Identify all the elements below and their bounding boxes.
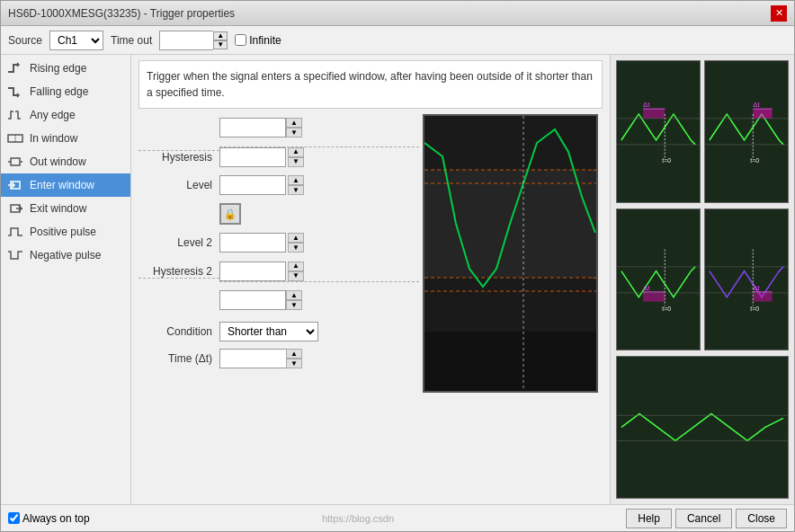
time-up[interactable]: ▲ bbox=[286, 349, 302, 359]
svg-text:Δt: Δt bbox=[643, 284, 650, 292]
timeout-up-button[interactable]: ▲ bbox=[213, 31, 228, 40]
negative-pulse-icon bbox=[6, 246, 24, 264]
close-button[interactable]: Close bbox=[736, 509, 787, 528]
enter-window-icon bbox=[6, 176, 24, 194]
sidebar-label-exit-window: Exit window bbox=[30, 202, 86, 215]
out-window-icon bbox=[6, 153, 24, 171]
sidebar-item-rising-edge[interactable]: Rising edge bbox=[1, 57, 130, 80]
sidebar-label-enter-window: Enter window bbox=[30, 179, 94, 191]
footer-buttons: Help Cancel Close bbox=[626, 509, 787, 528]
sidebar-item-any-edge[interactable]: Any edge bbox=[1, 103, 130, 127]
hysteresis-spinner: ▲ ▼ bbox=[288, 147, 304, 167]
svg-text:Δt: Δt bbox=[643, 101, 650, 109]
time-row: Time (Δt) 1 ms ▲ ▼ bbox=[138, 346, 419, 371]
sidebar-item-negative-pulse[interactable]: Negative pulse bbox=[1, 244, 130, 267]
level-down[interactable]: ▼ bbox=[288, 185, 304, 195]
sidebar-item-exit-window[interactable]: Exit window bbox=[1, 197, 130, 220]
svg-rect-2 bbox=[11, 158, 20, 165]
svg-rect-11 bbox=[424, 278, 598, 332]
lock-row: 🔒 bbox=[138, 200, 419, 227]
source-group: Ch1 Ch2 Ch3 Ch4 bbox=[49, 31, 103, 50]
wave-preview-2: Δt t=0 bbox=[704, 60, 789, 203]
svg-text:t=0: t=0 bbox=[662, 157, 671, 164]
infinite-label: Infinite bbox=[249, 34, 281, 47]
lower-value-up[interactable]: ▲ bbox=[286, 290, 302, 300]
time-down[interactable]: ▼ bbox=[286, 359, 302, 368]
wave-preview-4: Δt t=0 bbox=[704, 208, 789, 351]
level2-input[interactable]: -100 mV bbox=[219, 233, 286, 253]
title-bar: HS6D-1000XMESG(33235) - Trigger properti… bbox=[1, 1, 794, 26]
hysteresis-down[interactable]: ▼ bbox=[288, 157, 304, 167]
sidebar-label-out-window: Out window bbox=[30, 155, 86, 168]
level-row: Level 100 mV ▲ ▼ bbox=[138, 172, 419, 199]
description-text: Trigger when the signal enters a specifi… bbox=[147, 70, 593, 99]
footer-left: Always on top bbox=[8, 512, 90, 525]
svg-text:Δt: Δt bbox=[753, 101, 760, 109]
hysteresis2-down[interactable]: ▼ bbox=[288, 271, 304, 281]
sidebar-label-positive-pulse: Positive pulse bbox=[30, 226, 96, 238]
lower-value-input[interactable]: -104 mV bbox=[219, 290, 286, 310]
infinite-checkbox-label[interactable]: Infinite bbox=[235, 34, 281, 47]
level2-label: Level 2 bbox=[138, 236, 219, 249]
source-select[interactable]: Ch1 Ch2 Ch3 Ch4 bbox=[49, 31, 103, 50]
main-content: Rising edge Falling edge Any edge bbox=[1, 55, 794, 504]
sidebar-item-in-window[interactable]: In window bbox=[1, 127, 130, 150]
hysteresis-up[interactable]: ▲ bbox=[288, 147, 304, 157]
sidebar-item-positive-pulse[interactable]: Positive pulse bbox=[1, 220, 130, 244]
positive-pulse-icon bbox=[6, 223, 24, 241]
hysteresis-row: Hysteresis 1.00 % ▲ ▼ bbox=[138, 143, 419, 170]
always-on-top-checkbox[interactable] bbox=[8, 512, 20, 524]
level2-up[interactable]: ▲ bbox=[288, 233, 304, 243]
sidebar-item-enter-window[interactable]: Enter window bbox=[1, 173, 130, 197]
time-spinner: ▲ ▼ bbox=[286, 349, 302, 368]
hysteresis-label: Hysteresis bbox=[138, 150, 219, 164]
watermark: https://blog.csdn bbox=[322, 513, 394, 524]
hysteresis2-up[interactable]: ▲ bbox=[288, 262, 304, 271]
level2-down[interactable]: ▼ bbox=[288, 243, 304, 253]
level-up[interactable]: ▲ bbox=[288, 175, 304, 185]
in-window-icon bbox=[6, 129, 24, 147]
sidebar-item-out-window[interactable]: Out window bbox=[1, 150, 130, 173]
svg-rect-40 bbox=[753, 293, 772, 302]
condition-select[interactable]: Shorter than Longer than Equal to bbox=[219, 322, 318, 341]
hysteresis2-input[interactable]: 1.00 % bbox=[219, 262, 286, 281]
condition-label: Condition bbox=[138, 325, 219, 338]
svg-text:←: ← bbox=[591, 272, 598, 282]
timeout-down-button[interactable]: ▼ bbox=[213, 40, 228, 49]
time-input[interactable]: 1 ms bbox=[219, 349, 286, 368]
always-on-top-label[interactable]: Always on top bbox=[8, 512, 90, 525]
wave-preview-5 bbox=[616, 356, 789, 499]
svg-rect-26 bbox=[753, 110, 772, 119]
preview-row-3 bbox=[616, 356, 789, 499]
upper-value-input[interactable]: 104 mV bbox=[219, 118, 286, 137]
lock-icon: 🔒 bbox=[224, 208, 237, 220]
cancel-button[interactable]: Cancel bbox=[675, 509, 732, 528]
lock-button[interactable]: 🔒 bbox=[219, 203, 241, 225]
hysteresis2-label: Hysteresis 2 bbox=[138, 265, 219, 279]
waveform-area: ← ← bbox=[423, 114, 603, 499]
timeout-label: Time out bbox=[111, 34, 152, 47]
hysteresis-input[interactable]: 1.00 % bbox=[219, 147, 286, 167]
lower-value-down[interactable]: ▼ bbox=[286, 300, 302, 310]
timeout-spinner: ▲ ▼ bbox=[213, 31, 228, 49]
level-input[interactable]: 100 mV bbox=[219, 175, 286, 195]
sidebar-label-in-window: In window bbox=[30, 132, 77, 145]
source-label: Source bbox=[8, 34, 42, 47]
right-panel: Δt t=0 Δt bbox=[610, 55, 794, 504]
upper-value-row: 104 mV ▲ ▼ bbox=[219, 114, 419, 141]
sidebar-item-falling-edge[interactable]: Falling edge bbox=[1, 80, 130, 103]
help-button[interactable]: Help bbox=[626, 509, 672, 528]
lower-value-row: -104 mV ▲ ▼ bbox=[219, 287, 419, 314]
lower-value-spinner: ▲ ▼ bbox=[286, 290, 302, 310]
always-on-top-text: Always on top bbox=[22, 512, 90, 525]
svg-text:t=0: t=0 bbox=[662, 306, 671, 312]
condition-row: Condition Shorter than Longer than Equal… bbox=[138, 319, 419, 344]
sidebar-label-falling-edge: Falling edge bbox=[30, 85, 88, 98]
timeout-input[interactable]: 100 ms bbox=[159, 31, 213, 50]
upper-value-down[interactable]: ▼ bbox=[286, 128, 302, 137]
window-title: HS6D-1000XMESG(33235) - Trigger properti… bbox=[8, 7, 235, 20]
window-close-button[interactable]: ✕ bbox=[771, 5, 787, 22]
upper-value-up[interactable]: ▲ bbox=[286, 118, 302, 128]
svg-rect-33 bbox=[643, 293, 665, 302]
infinite-checkbox[interactable] bbox=[235, 34, 246, 46]
